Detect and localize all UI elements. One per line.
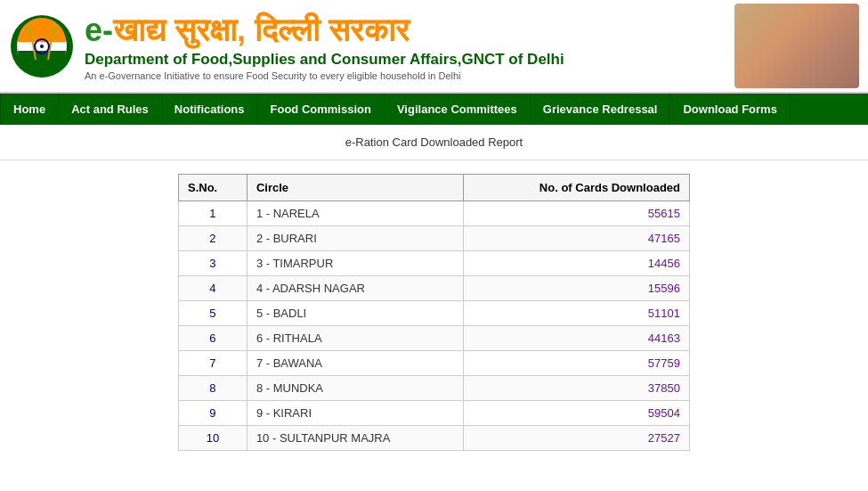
- cell-sno: 4: [179, 276, 247, 301]
- site-subtitle: Department of Food,Supplies and Consumer…: [85, 51, 734, 69]
- page-title-bar: e-Ration Card Downloaded Report: [0, 125, 868, 160]
- nav-vigilance[interactable]: Vigilance Committees: [385, 94, 531, 125]
- cell-circle: 7 - BAWANA: [247, 351, 463, 376]
- table-row: 22 - BURARI47165: [179, 226, 690, 251]
- cell-count: 14456: [463, 251, 689, 276]
- nav-food-commission[interactable]: Food Commission: [258, 94, 385, 125]
- nav-grievance[interactable]: Grievance Redressal: [531, 94, 671, 125]
- report-table: S.No. Circle No. of Cards Downloaded 11 …: [178, 174, 690, 451]
- cell-circle: 1 - NARELA: [247, 201, 463, 226]
- table-header-row: S.No. Circle No. of Cards Downloaded: [179, 175, 690, 201]
- table-row: 44 - ADARSH NAGAR15596: [179, 276, 690, 301]
- cell-sno: 8: [179, 376, 247, 401]
- cell-sno: 9: [179, 401, 247, 426]
- hindi-title-text: खाद्य सुरक्षा, दिल्ली सरकार: [113, 12, 410, 48]
- cell-circle: 6 - RITHALA: [247, 326, 463, 351]
- cell-sno: 7: [179, 351, 247, 376]
- nav-download-forms[interactable]: Download Forms: [670, 94, 790, 125]
- cell-sno: 1: [179, 201, 247, 226]
- nav-notifications[interactable]: Notifications: [162, 94, 258, 125]
- main-nav: Home Act and Rules Notifications Food Co…: [0, 94, 868, 125]
- table-row: 77 - BAWANA57759: [179, 351, 690, 376]
- cell-circle: 2 - BURARI: [247, 226, 463, 251]
- nav-home[interactable]: Home: [0, 94, 59, 125]
- page-title: e-Ration Card Downloaded Report: [345, 135, 523, 149]
- cell-circle: 9 - KIRARI: [247, 401, 463, 426]
- site-logo: [9, 11, 76, 82]
- nav-act-rules[interactable]: Act and Rules: [59, 94, 162, 125]
- col-count: No. of Cards Downloaded: [463, 175, 689, 201]
- table-row: 55 - BADLI51101: [179, 301, 690, 326]
- table-row: 66 - RITHALA44163: [179, 326, 690, 351]
- cell-sno: 6: [179, 326, 247, 351]
- table-row: 1010 - SULTANPUR MAJRA27527: [179, 426, 690, 451]
- cell-count: 55615: [463, 201, 689, 226]
- cell-count: 59504: [463, 401, 689, 426]
- cell-count: 15596: [463, 276, 689, 301]
- site-header: e-खाद्य सुरक्षा, दिल्ली सरकार Department…: [0, 0, 868, 94]
- header-decorative-image: [734, 4, 859, 88]
- cell-count: 51101: [463, 301, 689, 326]
- report-table-container: S.No. Circle No. of Cards Downloaded 11 …: [0, 160, 868, 464]
- cell-count: 44163: [463, 326, 689, 351]
- e-prefix: e-: [85, 12, 113, 48]
- cell-sno: 2: [179, 226, 247, 251]
- cell-circle: 10 - SULTANPUR MAJRA: [247, 426, 463, 451]
- cell-circle: 4 - ADARSH NAGAR: [247, 276, 463, 301]
- header-text-block: e-खाद्य सुरक्षा, दिल्ली सरकार Department…: [85, 11, 734, 81]
- cell-count: 27527: [463, 426, 689, 451]
- cell-sno: 5: [179, 301, 247, 326]
- svg-point-7: [40, 45, 44, 48]
- cell-circle: 8 - MUNDKA: [247, 376, 463, 401]
- site-tagline: An e-Governance Initiative to ensure Foo…: [85, 70, 734, 81]
- cell-count: 37850: [463, 376, 689, 401]
- table-row: 99 - KIRARI59504: [179, 401, 690, 426]
- table-row: 88 - MUNDKA37850: [179, 376, 690, 401]
- table-row: 33 - TIMARPUR14456: [179, 251, 690, 276]
- cell-sno: 10: [179, 426, 247, 451]
- col-sno: S.No.: [179, 175, 247, 201]
- cell-circle: 3 - TIMARPUR: [247, 251, 463, 276]
- cell-count: 47165: [463, 226, 689, 251]
- cell-circle: 5 - BADLI: [247, 301, 463, 326]
- col-circle: Circle: [247, 175, 463, 201]
- cell-sno: 3: [179, 251, 247, 276]
- cell-count: 57759: [463, 351, 689, 376]
- site-title-hindi: e-खाद्य सुरक्षा, दिल्ली सरकार: [85, 11, 734, 49]
- table-row: 11 - NARELA55615: [179, 201, 690, 226]
